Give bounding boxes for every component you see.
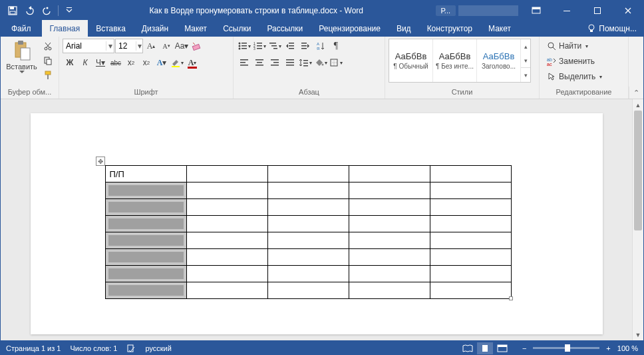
table-cell[interactable] [267,216,349,232]
close-button[interactable] [613,1,643,20]
font-color-button[interactable]: A▾ [185,55,200,70]
table-cell-selected[interactable] [105,249,186,266]
tab-insert[interactable]: Вставка [88,20,134,37]
maximize-button[interactable] [582,1,613,20]
underline-button[interactable]: Ч▾ [93,55,108,70]
multilevel-list-button[interactable]: ▾ [267,39,282,53]
word-count[interactable]: Число слов: 1 [70,344,117,352]
proofing-button[interactable] [126,344,136,353]
table-cell[interactable] [186,166,267,182]
italic-button[interactable]: К [78,55,92,70]
line-spacing-button[interactable]: ▾ [298,55,313,70]
strikethrough-button[interactable]: abc [108,55,123,70]
table-cell-selected[interactable] [105,216,186,232]
table-cell-selected[interactable] [105,199,186,216]
table-cell[interactable] [186,199,267,216]
scroll-up-button[interactable]: ▲ [633,99,643,111]
change-case-button[interactable]: Aa▾ [174,39,189,53]
table-cell[interactable] [267,182,349,199]
font-size-combo[interactable]: ▾ [115,39,143,53]
web-layout-button[interactable] [494,342,510,354]
styles-gallery[interactable]: АаБбВв¶ Обычный АаБбВв¶ Без инте... АаБб… [389,39,531,83]
text-effects-button[interactable]: A▾ [154,55,169,70]
select-button[interactable]: Выделить▾ [543,69,606,84]
clear-formatting-button[interactable] [190,39,204,53]
justify-button[interactable] [283,55,297,70]
shading-button[interactable]: ▾ [313,55,328,70]
table-cell[interactable] [267,232,349,249]
minimize-button[interactable] [552,1,582,20]
tab-table-layout[interactable]: Макет [480,20,519,37]
print-layout-button[interactable] [477,342,493,354]
table-cell[interactable] [349,199,430,216]
document-table[interactable]: П/П [105,165,512,299]
copy-button[interactable] [41,53,55,68]
tab-layout[interactable]: Макет [176,20,215,37]
zoom-slider[interactable] [533,347,599,349]
font-size-input[interactable] [116,41,136,51]
tell-me-button[interactable]: Помощн... [580,20,643,37]
table-resize-handle[interactable] [509,296,513,300]
read-mode-button[interactable] [460,342,476,354]
table-cell-selected[interactable] [105,232,186,249]
redo-button[interactable] [39,3,55,19]
highlight-button[interactable]: ▾ [170,55,184,70]
bullets-button[interactable]: ▾ [237,39,251,53]
superscript-button[interactable]: x2 [139,55,154,70]
cut-button[interactable] [41,39,55,53]
language-status[interactable]: русский [145,344,171,352]
table-cell[interactable] [349,249,430,266]
scroll-track[interactable] [633,111,643,329]
tab-home[interactable]: Главная [42,20,88,37]
table-cell[interactable] [430,166,511,182]
decrease-indent-button[interactable] [283,39,297,53]
table-cell[interactable] [430,232,511,249]
borders-button[interactable]: ▾ [329,55,343,70]
paste-button[interactable]: Вставить [4,39,39,75]
table-cell-selected[interactable] [105,282,186,299]
gallery-down-button[interactable]: ▾ [521,53,530,67]
table-cell[interactable] [186,182,267,199]
tab-references[interactable]: Ссылки [215,20,259,37]
collapse-ribbon-button[interactable]: ⌃ [629,87,643,99]
table-cell[interactable] [186,266,267,282]
format-painter-button[interactable] [41,68,55,83]
table-cell[interactable] [267,166,349,182]
style-heading1[interactable]: АаБбВвЗаголово... [477,39,521,82]
tab-view[interactable]: Вид [389,20,419,37]
zoom-in-button[interactable]: + [603,344,613,352]
align-right-button[interactable] [267,55,282,70]
zoom-level[interactable]: 100 % [617,344,638,352]
align-left-button[interactable] [237,55,251,70]
shrink-font-button[interactable]: A▾ [159,39,174,53]
align-center-button[interactable] [252,55,267,70]
table-cell[interactable] [267,249,349,266]
zoom-out-button[interactable]: − [520,344,529,352]
tab-review[interactable]: Рецензирование [311,20,389,37]
ribbon-display-button[interactable] [521,1,552,20]
show-marks-button[interactable]: ¶ [329,39,343,53]
tab-design[interactable]: Дизайн [134,20,176,37]
table-cell[interactable] [349,166,430,182]
user-indicator[interactable]: Р... [436,5,456,16]
chevron-down-icon[interactable]: ▾ [136,41,142,51]
table-cell[interactable]: П/П [105,166,186,182]
table-cell[interactable] [186,249,267,266]
grow-font-button[interactable]: A▴ [144,39,158,53]
table-cell[interactable] [349,266,430,282]
style-normal[interactable]: АаБбВв¶ Обычный [389,39,433,82]
font-name-input[interactable] [63,41,106,51]
scroll-thumb[interactable] [634,111,642,230]
replace-button[interactable]: abacЗаменить [543,54,606,69]
table-cell[interactable] [186,232,267,249]
zoom-knob[interactable] [565,344,570,352]
numbering-button[interactable]: 123▾ [252,39,267,53]
table-cell[interactable] [430,266,511,282]
style-no-spacing[interactable]: АаБбВв¶ Без инте... [433,39,477,82]
table-cell[interactable] [430,182,511,199]
tab-mailings[interactable]: Рассылки [259,20,311,37]
table-cell[interactable] [186,282,267,299]
table-cell[interactable] [430,282,511,299]
table-cell[interactable] [267,266,349,282]
qat-customize-button[interactable] [61,3,77,19]
